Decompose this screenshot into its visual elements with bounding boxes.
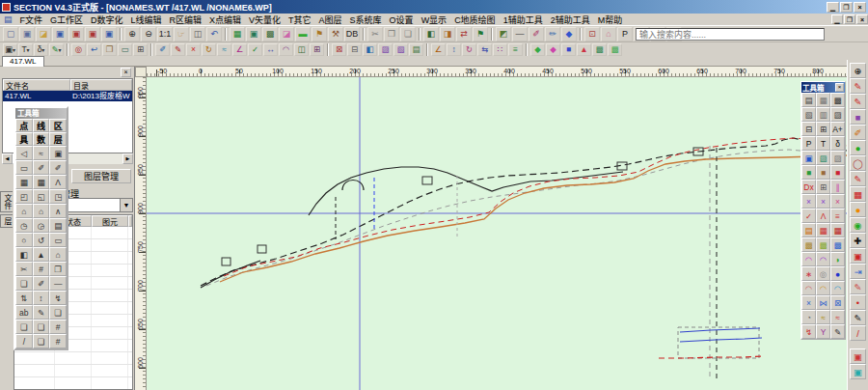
import[interactable]: ◧ [423,27,439,42]
dropdown-arrow-icon[interactable]: ▼ [120,199,132,211]
fill-red[interactable]: ■ [830,165,845,180]
drawing-canvas[interactable] [147,77,847,390]
smooth-line[interactable]: ≈ [217,43,231,56]
fill-brown[interactable]: ■ [816,165,830,180]
box-red[interactable]: ▣ [850,248,866,264]
snap-line[interactable]: ✓ [248,43,262,56]
toolbox-tab[interactable]: 线 [33,119,50,132]
pen-line[interactable]: ✎ [33,305,50,320]
menu-item[interactable]: L线编辑 [127,14,166,26]
hatch-diag[interactable]: ▧ [801,107,816,122]
split-region[interactable]: ◧ [363,43,377,56]
line-join[interactable]: ↩ [87,43,101,56]
lasso[interactable]: ≈ [33,146,50,160]
cut[interactable]: ✂ [367,27,383,42]
toolbox-tab[interactable]: 点 [15,119,33,132]
layer-table-col-element[interactable]: 图元 [92,215,128,227]
delta-mode[interactable]: δ▾ [34,43,48,56]
grid-move[interactable]: # [49,334,67,348]
minimize-button[interactable]: ▁ [831,14,843,24]
eraser[interactable]: ✐ [33,160,50,175]
draw-pencil[interactable]: ✎▾ [49,43,64,56]
zoom-window[interactable]: ◫ [190,27,205,42]
hatch-green[interactable]: ▩ [592,43,607,56]
doc-check[interactable]: ❏ [33,334,50,348]
point-tool[interactable]: ⊡ [584,27,600,42]
connect-arc[interactable]: ◠ [279,43,293,56]
clip-copy[interactable]: ❐ [102,43,117,56]
section-grid[interactable]: ⊞ [816,122,830,136]
reverse-line[interactable]: ↔ [263,43,278,56]
quarter-circle[interactable]: ◔ [801,310,816,324]
branch-purple[interactable]: Y [816,324,830,339]
circle-gray[interactable]: ◎ [816,266,830,281]
hatch-dense[interactable]: ▩ [830,93,845,107]
search-input[interactable] [636,28,825,41]
new-project[interactable]: ▣ [19,27,35,42]
bowtie-blue[interactable]: ⋈ [816,295,830,310]
scroll-left-icon[interactable]: ◀ [2,153,13,164]
database[interactable]: DB [344,27,360,42]
explore[interactable]: ⊕ [850,63,866,78]
move-node[interactable]: ↻ [202,43,216,56]
fill-green[interactable]: ◆ [530,43,545,56]
erase-region[interactable]: ▧ [393,43,408,56]
brush[interactable]: ✐ [529,27,544,42]
layer-list[interactable]: ▬ [295,27,311,42]
crosshair[interactable]: ✚ [850,233,866,248]
fill-green[interactable]: ■ [801,165,816,180]
brush-small[interactable]: ✐ [33,276,50,291]
search-flag[interactable]: ⚑ [312,27,327,42]
hatch-green[interactable]: ▨ [816,151,830,165]
close-button[interactable]: × [854,2,866,13]
branch-red[interactable]: ↯ [801,324,816,339]
x-blue[interactable]: × [801,295,816,310]
menu-item[interactable]: X点编辑 [205,14,245,26]
zoom-in[interactable]: ⊕ [124,27,140,42]
pink-lines[interactable]: ∥ [830,180,845,194]
new-file[interactable]: ▢ [3,27,18,42]
break-line[interactable]: ∠ [232,43,247,56]
leaf-green[interactable]: ◗ [830,252,845,266]
arc-purple[interactable]: ◠ [816,252,830,266]
arc-pink[interactable]: ◠ [801,252,816,266]
panel-close-icon[interactable]: × [121,68,131,77]
save-layer[interactable]: ▣ [49,146,67,160]
section-minus[interactable]: ⊟ [801,122,816,136]
lambda-red[interactable]: Λ [816,209,830,223]
grid-frame[interactable]: ⊞ [133,43,148,56]
layer-sym[interactable]: ▤ [49,218,67,233]
toolbox-tab[interactable]: 层 [49,132,67,146]
house-1[interactable]: ⌂ [15,204,33,218]
hatch-mid[interactable]: ▦ [816,93,830,107]
menu-item[interactable]: S系统库 [346,14,386,26]
wave-gold[interactable]: ≈ [816,310,830,324]
ruler-small[interactable]: — [49,276,67,291]
rotate[interactable]: ↻ [462,43,476,56]
menu-item[interactable]: F文件 [16,14,47,26]
menu-item[interactable]: A图层 [315,14,346,26]
measure[interactable]: ↕ [447,43,461,56]
menu-item[interactable]: D数字化 [87,14,127,26]
dome-gold[interactable]: ◠ [816,281,830,295]
blob-blue[interactable]: ● [830,266,845,281]
label-region[interactable]: ▤ [409,43,423,56]
left-toolbox-title[interactable]: 工具箱 [15,108,67,119]
flash[interactable]: ↯ [49,291,67,305]
globe[interactable]: ◆ [561,27,577,42]
house-2[interactable]: ⌂ [33,204,50,218]
blue-node[interactable]: ▣ [801,151,816,165]
menu-item[interactable]: W显示 [418,14,451,26]
side-tab-files[interactable]: 文件 [0,191,13,212]
image-manager[interactable]: ▩ [262,27,278,42]
delete-node[interactable]: × [186,43,201,56]
delete-x[interactable]: Dx [801,180,816,194]
toolbox-tab[interactable]: 具 [15,132,33,146]
map-frame[interactable]: ▭ [118,43,132,56]
copy-stack[interactable]: ❏ [15,276,33,291]
roof[interactable]: ∧ [49,204,67,218]
pen-dash[interactable]: ✎ [850,279,866,294]
x-pink[interactable]: × [830,194,845,209]
offset[interactable]: ≡ [508,43,523,56]
save-as[interactable]: ▣ [68,27,84,42]
